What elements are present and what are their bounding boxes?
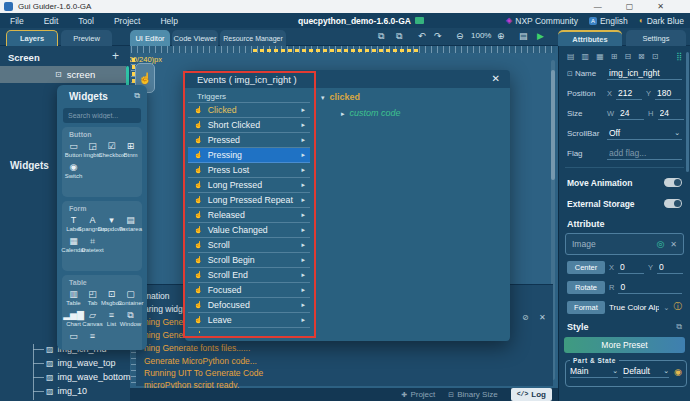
language-selector[interactable]: AEnglish [589,16,628,26]
tab-settings[interactable]: Settings [626,30,686,46]
widget-item-btnm[interactable]: ⊞Btnm [121,140,140,158]
panel-tool-icon[interactable]: ⊟ [624,52,631,61]
menu-item-edit[interactable]: Edit [34,16,69,26]
widget-item-table[interactable]: ▥Table [64,288,83,306]
panel-tool-icon[interactable]: ▥ [582,52,590,61]
trigger-scroll-end[interactable]: ☝Scroll End▸ [188,268,310,283]
zoom-out-icon[interactable]: ⊖ [456,31,464,41]
style-panel-icon[interactable]: ⧉ [676,322,682,332]
panel-tool-icon[interactable]: ⊡ [652,52,659,61]
attributes-scrollbar-thumb[interactable] [686,52,689,172]
event-tree-node[interactable]: ▾clicked [321,92,401,102]
more-preset-button[interactable]: More Preset [564,337,685,353]
menu-item-help[interactable]: Help [150,16,187,26]
external-storage-toggle[interactable] [664,199,682,208]
height-input[interactable] [658,107,684,120]
tab-code-viewer[interactable]: Code Viewer [172,30,218,46]
add-screen-button[interactable]: + [112,49,119,63]
undo-icon[interactable]: ↶ [418,31,426,41]
panel-tool-icon[interactable]: ▦ [596,52,604,61]
menu-item-project[interactable]: Project [104,16,150,26]
format-value[interactable]: True Color Alpha [609,303,659,312]
rotate-button[interactable]: Rotate [567,281,605,294]
clear-log-icon[interactable]: ⊘ [522,313,529,322]
center-button[interactable]: Center [567,261,605,274]
close-icon[interactable]: ✕ [492,73,500,84]
menu-item-file[interactable]: File [0,16,34,26]
trigger-short-clicked[interactable]: ☝Short Clicked▸ [188,118,310,133]
scrollbar-thumb[interactable] [551,70,555,180]
y-position-input[interactable] [655,87,681,100]
project-status-button[interactable]: ✚Project [402,390,436,399]
widget-item-textarea[interactable]: ▤Textarea [121,214,140,232]
center-y-input[interactable] [657,261,683,274]
name-input[interactable] [607,67,682,80]
widget-item-chart[interactable]: ▂▅▇Chart [64,309,83,327]
copy-icon[interactable]: ⧉ [378,31,384,42]
widget-item-partial[interactable]: ≡ [83,330,102,342]
panel-tool-icon[interactable]: ⊠ [638,52,645,61]
trigger-pressing[interactable]: ☝Pressing▸ [188,148,310,163]
widget-item-container[interactable]: ▢Container [121,288,140,306]
trigger-leave[interactable]: ☝Leave▸ [188,313,310,328]
binary-size-button[interactable]: ⊟Binary Size [448,390,497,399]
trigger-long-pressed[interactable]: ☝Long Pressed▸ [188,178,310,193]
grid-icon[interactable]: ⣿ [676,52,682,61]
menu-item-tool[interactable]: Tool [68,16,104,26]
trigger-scroll-begin[interactable]: ☝Scroll Begin▸ [188,253,310,268]
scrollbar-dropdown[interactable]: Off⌄ [607,127,682,140]
tab-preview[interactable]: Preview [61,30,112,46]
trigger-long-pressed-repeat[interactable]: ☝Long Pressed Repeat▸ [188,193,310,208]
theme-selector[interactable]: ◐Dark Blue [639,16,684,26]
image-source-field[interactable]: Image ◎ ✕ [565,233,684,255]
format-button[interactable]: Format [567,301,605,314]
flag-input[interactable] [607,147,682,160]
clear-image-icon[interactable]: ✕ [670,240,677,249]
zoom-in-icon[interactable]: ⊕ [497,31,505,41]
log-tab-button[interactable]: </>Log [511,388,552,401]
nxp-community-link[interactable]: ◈NXP Community [506,16,578,26]
search-widget-input[interactable] [63,108,141,123]
part-dropdown[interactable]: Main⌄ [570,365,618,378]
tree-item-img-wave-top[interactable]: ▨img_wave_top [0,356,172,370]
eye-icon[interactable]: ◉ [674,367,682,377]
tab-layers[interactable]: Layers [6,30,58,46]
events-dialog-header[interactable]: Events ( img_icn_right ) ✕ [185,70,510,88]
widget-item-canvas[interactable]: ▱Canvas [83,309,102,327]
state-dropdown[interactable]: Default⌄ [623,365,669,378]
event-tree-child[interactable]: ▸custom code [341,108,401,118]
panel-tool-icon[interactable]: ▤ [567,52,575,61]
tab-resource-manager[interactable]: Resource Manager [220,30,286,46]
move-animation-toggle[interactable] [664,178,682,187]
layer-item-screen[interactable]: ⊡ screen [0,66,126,83]
run-simulator-icon[interactable]: ▶ [537,31,544,41]
info-icon[interactable]: ⓘ [674,301,683,313]
widget-item-checkbox[interactable]: ☑Checkbox [102,140,121,158]
maximize-button[interactable]: ▢ [626,2,634,11]
tab-ui-editor[interactable]: UI Editor [130,30,170,46]
x-position-input[interactable] [616,87,642,100]
export-doc-icon[interactable]: ▤ [519,31,528,41]
widget-item-datetext[interactable]: ⌗Datetext [83,235,102,253]
target-icon[interactable]: ◎ [656,239,664,249]
widget-item-tab[interactable]: ◰Tab [83,288,102,306]
tab-attributes[interactable]: Attributes [558,30,622,46]
redo-icon[interactable]: ↷ [434,31,442,41]
tr igger-scroll[interactable]: ☝Scroll▸ [188,238,310,253]
widget-item-switch[interactable]: ◉Switch [64,161,83,179]
trigger-focused[interactable]: ☝Focused▸ [188,283,310,298]
center-x-input[interactable] [618,261,644,274]
widget-item-list[interactable]: ≡List [102,309,121,327]
trigger-value-changed[interactable]: ☝Value Changed▸ [188,223,310,238]
widget-item-window[interactable]: ⧉Window [121,309,140,327]
minimize-button[interactable]: — [594,2,602,11]
trigger-pressed[interactable]: ☝Pressed▸ [188,133,310,148]
widget-item-calendar[interactable]: ▦Calendar [64,235,83,253]
paste-icon[interactable]: ⧉ [396,31,402,42]
tree-item-img-wave-bottom[interactable]: ▨img_wave_bottom [0,370,172,384]
trigger-press-lost[interactable]: ☝Press Lost▸ [188,163,310,178]
tree-item-img-10[interactable]: ▨img_10 [0,384,172,398]
trigger-released[interactable]: ☝Released▸ [188,208,310,223]
widget-item-button[interactable]: ▭Button [64,140,83,158]
trigger-partial-row[interactable]: ☝▸ [188,328,310,333]
